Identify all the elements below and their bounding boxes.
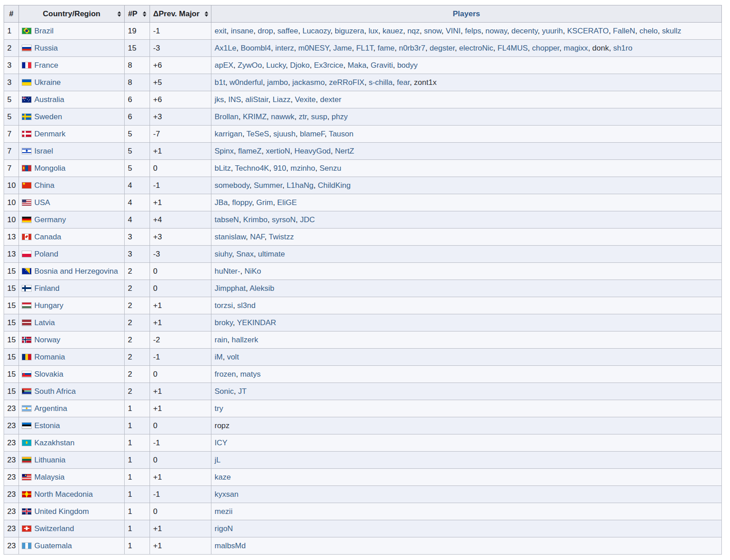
player-link[interactable]: iM [215, 353, 223, 361]
player-link[interactable]: s-chilla [369, 78, 393, 87]
country-link[interactable]: Estonia [34, 421, 60, 430]
country-link[interactable]: Ukraine [34, 78, 61, 87]
player-link[interactable]: ultimate [258, 250, 285, 258]
country-link[interactable]: Brazil [34, 27, 54, 35]
player-link[interactable]: mezii [215, 507, 233, 516]
player-link[interactable]: jackasmo [292, 78, 325, 87]
player-link[interactable]: interz [275, 44, 294, 52]
player-link[interactable]: Ex3rcice [314, 61, 343, 70]
player-link[interactable]: matys [240, 370, 261, 378]
player-link[interactable]: Tauson [329, 130, 354, 138]
player-link[interactable]: Jame [333, 44, 352, 52]
player-link[interactable]: susp [311, 112, 328, 121]
player-link[interactable]: YEKINDAR [237, 318, 276, 327]
player-link[interactable]: try [215, 404, 223, 413]
player-link[interactable]: ztr [299, 112, 307, 121]
player-link[interactable]: Jimpphat [215, 284, 246, 293]
player-link[interactable]: FL4MUS [497, 44, 528, 52]
player-link[interactable]: dexter [320, 95, 341, 104]
player-link[interactable]: Summer [254, 181, 282, 190]
country-link[interactable]: Slovakia [34, 370, 63, 378]
country-link[interactable]: North Macedonia [34, 490, 93, 499]
player-link[interactable]: lux [369, 27, 379, 35]
country-link[interactable]: Israel [34, 147, 53, 155]
player-link[interactable]: INS [228, 95, 241, 104]
player-link[interactable]: w0nderful [229, 78, 263, 87]
player-link[interactable]: Krimbo [243, 215, 267, 224]
player-link[interactable]: Brollan [215, 112, 239, 121]
player-link[interactable]: Liazz [273, 95, 291, 104]
country-link[interactable]: Latvia [34, 318, 55, 327]
player-link[interactable]: Aleksib [250, 284, 275, 293]
country-link[interactable]: Sweden [34, 112, 62, 121]
player-link[interactable]: sjuush [273, 130, 295, 138]
country-link[interactable]: Guatemala [34, 541, 72, 550]
player-link[interactable]: sh1ro [613, 44, 632, 52]
player-link[interactable]: hallzerk [232, 336, 258, 344]
player-link[interactable]: biguzera [335, 27, 364, 35]
sort-icon[interactable] [143, 11, 146, 17]
player-link[interactable]: degster [430, 44, 455, 52]
player-link[interactable]: floppy [232, 198, 252, 207]
player-link[interactable]: rigoN [215, 524, 233, 533]
player-link[interactable]: jambo [267, 78, 288, 87]
player-link[interactable]: exit [215, 27, 226, 35]
player-link[interactable]: xertioN [266, 147, 290, 155]
country-link[interactable]: Denmark [34, 130, 66, 138]
player-link[interactable]: Senzu [319, 164, 341, 173]
player-link[interactable]: Ax1Le [215, 44, 236, 52]
player-link[interactable]: fear [397, 78, 410, 87]
player-link[interactable]: JT [238, 387, 247, 396]
country-link[interactable]: Russia [34, 44, 58, 52]
player-link[interactable]: flameZ [238, 147, 262, 155]
player-link[interactable]: JDC [300, 215, 315, 224]
player-link[interactable]: jL [215, 456, 220, 464]
player-link[interactable]: chelo [639, 27, 658, 35]
player-link[interactable]: karrigan [215, 130, 242, 138]
player-link[interactable]: Sonic [215, 387, 234, 396]
country-link[interactable]: France [34, 61, 58, 70]
player-link[interactable]: jks [215, 95, 224, 104]
player-link[interactable]: aliStair [245, 95, 268, 104]
player-link[interactable]: yuurih [542, 27, 563, 35]
sort-icon[interactable] [117, 11, 121, 17]
country-link[interactable]: Romania [34, 353, 65, 361]
country-link[interactable]: Germany [34, 215, 66, 224]
player-link[interactable]: Grim [256, 198, 273, 207]
player-link[interactable]: kyxsan [215, 490, 239, 499]
player-link[interactable]: JBa [215, 198, 228, 207]
player-link[interactable]: Spinx [215, 147, 234, 155]
player-link[interactable]: HeavyGod [295, 147, 331, 155]
player-link[interactable]: saffee [277, 27, 298, 35]
player-link[interactable]: nqz [407, 27, 420, 35]
player-link[interactable]: stanislaw [215, 233, 246, 241]
country-link[interactable]: United Kingdom [34, 507, 89, 516]
header-player-count[interactable]: #P [125, 5, 150, 23]
player-link[interactable]: Techno4K [235, 164, 269, 173]
player-link[interactable]: electroNic [459, 44, 493, 52]
country-link[interactable]: Switzerland [34, 524, 74, 533]
player-link[interactable]: zeRRoFIX [329, 78, 364, 87]
player-link[interactable]: FL1T [356, 44, 373, 52]
country-link[interactable]: South Africa [34, 387, 76, 396]
header-country[interactable]: Country/Region [19, 5, 125, 23]
player-link[interactable]: syrsoN [272, 215, 296, 224]
player-link[interactable]: ICY [215, 439, 227, 447]
player-link[interactable]: 910 [273, 164, 286, 173]
player-link[interactable]: Twistzz [269, 233, 294, 241]
player-link[interactable]: tabseN [215, 215, 239, 224]
player-link[interactable]: siuhy [215, 250, 232, 258]
player-link[interactable]: decenty [511, 27, 538, 35]
country-link[interactable]: Norway [34, 336, 61, 344]
country-link[interactable]: China [34, 181, 54, 190]
player-link[interactable]: malbsMd [215, 541, 246, 550]
player-link[interactable]: Snax [236, 250, 254, 258]
country-link[interactable]: Lithuania [34, 456, 66, 464]
player-link[interactable]: Graviti [371, 61, 393, 70]
player-link[interactable]: noway [486, 27, 507, 35]
player-link[interactable]: bLitz [215, 164, 231, 173]
player-link[interactable]: ZywOo [238, 61, 262, 70]
player-link[interactable]: magixx [564, 44, 588, 52]
country-link[interactable]: Australia [34, 95, 64, 104]
player-link[interactable]: kaze [215, 473, 231, 481]
